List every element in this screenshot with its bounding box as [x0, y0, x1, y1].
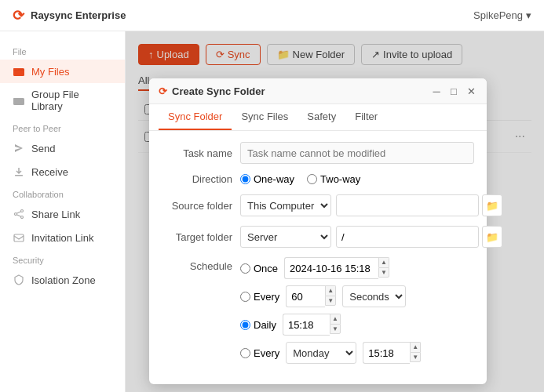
sidebar-item-share-link[interactable]: Share Link	[0, 202, 125, 226]
weekly-day-select[interactable]: Monday Tuesday Wednesday Thursday Friday…	[286, 342, 356, 364]
user-menu[interactable]: SpikePeng ▾	[473, 9, 531, 21]
target-folder-path-input[interactable]	[336, 226, 479, 248]
topbar: ⟳ Raysync Enterprise SpikePeng ▾	[0, 0, 544, 31]
daily-spin: ▲ ▼	[330, 314, 341, 336]
task-name-input[interactable]	[240, 142, 474, 164]
tab-filter[interactable]: Filter	[345, 104, 387, 130]
send-icon	[13, 142, 25, 154]
isolation-zone-icon	[13, 274, 25, 286]
modal-minimize-button[interactable]: ─	[430, 85, 443, 97]
browse-icon: 📁	[486, 200, 498, 212]
target-folder-label: Target folder	[162, 231, 240, 243]
schedule-daily-row: Daily ▲ ▼	[240, 314, 421, 336]
source-folder-select[interactable]: This Computer Server	[240, 194, 331, 216]
weekly-spin: ▲ ▼	[410, 342, 421, 364]
every-spin-up[interactable]: ▲	[325, 285, 336, 296]
source-folder-browse-button[interactable]: 📁	[482, 194, 502, 216]
sidebar-item-isolation-zone[interactable]: Isolation Zone	[0, 268, 125, 292]
source-folder-label: Source folder	[162, 200, 240, 212]
radio-two-way[interactable]	[307, 174, 317, 184]
sidebar-item-receive[interactable]: Receive	[0, 160, 125, 183]
target-folder-group: Server This Computer 📁	[240, 226, 502, 248]
sidebar-item-invitation-link[interactable]: Invitation Link	[0, 226, 125, 249]
weekly-time-input[interactable]	[363, 342, 410, 364]
tab-safety[interactable]: Safety	[298, 104, 345, 130]
tab-sync-files[interactable]: Sync Files	[232, 104, 298, 130]
svg-rect-1	[13, 68, 18, 70]
schedule-row: Schedule Once	[162, 257, 474, 364]
isolation-zone-label: Isolation Zone	[31, 274, 96, 286]
weekly-time-wrap: ▲ ▼	[363, 342, 421, 364]
schedule-once[interactable]: Once	[240, 263, 278, 274]
radio-every[interactable]	[240, 292, 250, 302]
main-content: ↑ Upload ⟳ Sync 📁 New Folder ↗ Invite to…	[126, 31, 544, 392]
sidebar-section-security: Security	[0, 249, 125, 268]
group-file-icon	[13, 94, 25, 107]
daily-spin-up[interactable]: ▲	[330, 314, 341, 324]
daily-time-input[interactable]	[283, 314, 330, 336]
source-folder-row: Source folder This Computer Server 📁	[162, 194, 474, 216]
receive-label: Receive	[31, 166, 68, 178]
svg-rect-10	[14, 234, 24, 241]
once-datetime-wrap: ▲ ▼	[284, 257, 389, 279]
task-name-label: Task name	[162, 147, 240, 159]
send-label: Send	[31, 143, 55, 154]
create-sync-folder-modal: ⟳ Create Sync Folder ─ □ ✕ Sync Folder	[149, 78, 487, 384]
svg-rect-4	[15, 175, 23, 176]
group-file-label: Group File Library	[31, 89, 112, 112]
modal-overlay: ⟳ Create Sync Folder ─ □ ✕ Sync Folder	[126, 31, 544, 392]
app-logo: ⟳ Raysync Enterprise	[13, 7, 126, 24]
modal-close-button[interactable]: ✕	[465, 85, 477, 97]
radio-weekly[interactable]	[240, 348, 250, 358]
modal-maximize-button[interactable]: □	[447, 85, 460, 97]
radio-one-way[interactable]	[240, 174, 250, 184]
direction-radio-group: One-way Two-way	[240, 173, 360, 185]
target-folder-select[interactable]: Server This Computer	[240, 226, 331, 248]
svg-line-8	[16, 212, 20, 214]
once-spin-up[interactable]: ▲	[378, 257, 389, 267]
daily-time-wrap: ▲ ▼	[283, 314, 341, 336]
sidebar-section-collab: Collaboration	[0, 183, 125, 202]
schedule-options: Once ▲ ▼	[240, 257, 421, 364]
sidebar-item-group-file-library[interactable]: Group File Library	[0, 83, 125, 118]
weekly-spin-down[interactable]: ▼	[410, 352, 421, 362]
invitation-link-icon	[13, 231, 25, 244]
once-datetime-input[interactable]	[284, 257, 378, 279]
every-value-input[interactable]	[286, 285, 325, 307]
share-link-icon	[13, 208, 25, 220]
tab-sync-folder[interactable]: Sync Folder	[159, 104, 232, 130]
app-name: Raysync Enterprise	[31, 9, 126, 21]
schedule-daily[interactable]: Daily	[240, 319, 276, 331]
modal-tabs: Sync Folder Sync Files Safety Filter	[149, 104, 487, 131]
sidebar-section-file: File	[0, 41, 125, 60]
sidebar-item-send[interactable]: Send	[0, 136, 125, 160]
every-spin-down[interactable]: ▼	[325, 296, 336, 306]
direction-two-way[interactable]: Two-way	[307, 173, 360, 185]
once-spin-down[interactable]: ▼	[378, 267, 389, 278]
target-folder-path-wrap: 📁	[336, 226, 502, 248]
schedule-every[interactable]: Every	[240, 291, 279, 303]
target-folder-browse-button[interactable]: 📁	[482, 226, 502, 248]
receive-icon	[13, 165, 25, 178]
username: SpikePeng	[473, 9, 523, 21]
direction-label: Direction	[162, 173, 240, 185]
daily-spin-down[interactable]: ▼	[330, 324, 341, 334]
radio-once[interactable]	[240, 263, 250, 274]
schedule-weekly[interactable]: Every	[240, 347, 279, 359]
source-folder-path-wrap: 📁	[336, 194, 502, 216]
svg-line-9	[16, 215, 20, 217]
source-folder-path-input[interactable]	[336, 194, 479, 216]
weekly-spin-up[interactable]: ▲	[410, 342, 421, 352]
every-unit-select[interactable]: Seconds Minutes Hours	[342, 285, 406, 307]
invitation-link-label: Invitation Link	[31, 232, 94, 244]
schedule-every-row: Every ▲ ▼ Seconds	[240, 285, 421, 307]
direction-one-way[interactable]: One-way	[240, 173, 294, 185]
sidebar-item-my-files[interactable]: My Files	[0, 60, 125, 83]
my-files-label: My Files	[31, 66, 69, 78]
svg-point-6	[15, 213, 17, 216]
modal-body: Task name Direction One-way	[149, 131, 487, 384]
every-value-wrap: ▲ ▼	[286, 285, 336, 307]
every-spin: ▲ ▼	[325, 285, 336, 307]
radio-daily[interactable]	[240, 320, 250, 330]
modal-icon: ⟳	[159, 85, 167, 97]
